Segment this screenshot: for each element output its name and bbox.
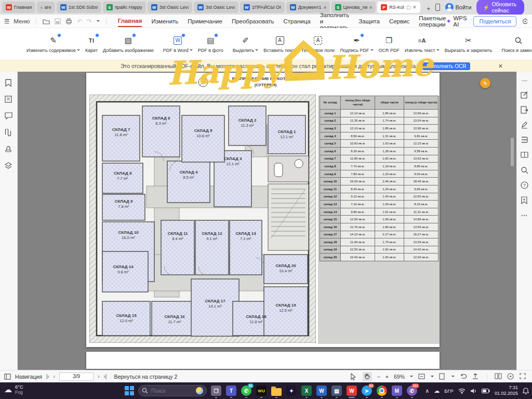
clock[interactable]: 7:31 01.02.2025 xyxy=(495,385,518,397)
next-page-button[interactable]: › xyxy=(98,374,99,379)
save-icon[interactable] xyxy=(55,18,61,24)
page-export-icon[interactable] xyxy=(521,106,529,114)
menu-item-comment[interactable]: Примечание xyxy=(188,16,222,26)
signature-icon[interactable] xyxy=(521,121,529,129)
format-list-icon[interactable] xyxy=(521,136,529,144)
sign-pdf-button[interactable]: ✒Подпись PDF xyxy=(337,30,376,58)
caret-tool-button[interactable]: TIКарет xyxy=(83,30,100,58)
comment-bubble-icon[interactable] xyxy=(5,112,13,121)
menu-item-batch[interactable]: Пакетные операции xyxy=(419,13,446,30)
mail-app-icon[interactable]: ▤ xyxy=(330,383,343,398)
search-input[interactable] xyxy=(151,388,188,394)
document-canvas[interactable]: РАЗПРЕДЕЛЕНИЕ НА КОТА -2.80 (СУТЕРЕН) xyxy=(18,72,516,370)
tab-scroll-left[interactable]: ‹аге xyxy=(37,2,55,13)
quick-edit-fab[interactable]: ✎ xyxy=(480,78,490,88)
zoom-level[interactable]: 69% xyxy=(394,374,405,380)
messenger-icon[interactable]: ➤83 xyxy=(361,383,373,398)
extract-text-button[interactable]: ≡AИзвлечь текст xyxy=(402,30,442,58)
wifi-icon[interactable] xyxy=(458,388,466,394)
edit-note-icon[interactable] xyxy=(521,91,529,99)
zoom-out-button[interactable]: − xyxy=(377,374,380,380)
task-view-button[interactable]: ❐ xyxy=(210,383,222,398)
select-cursor-icon[interactable] xyxy=(350,373,357,380)
onedrive-icon[interactable]: ☁ xyxy=(434,388,440,394)
tab-doc-1[interactable]: W1st SD6 Sobst xyxy=(57,2,101,13)
copilot-icon[interactable]: ✦ xyxy=(285,383,298,398)
hand-tool-icon[interactable] xyxy=(364,373,371,380)
page-indicator-input[interactable] xyxy=(59,373,94,381)
share-button[interactable]: Поделиться xyxy=(473,16,516,26)
language-indicator[interactable]: БГР xyxy=(444,388,454,394)
weather-widget[interactable]: ☁ 6°CFog xyxy=(4,384,23,395)
open-folder-icon[interactable] xyxy=(43,18,50,24)
export-icon[interactable] xyxy=(472,373,480,380)
pdf-to-word-button[interactable]: WPDF в Word xyxy=(161,30,195,58)
teams-icon[interactable]: T xyxy=(225,383,237,398)
volume-icon[interactable] xyxy=(470,388,477,394)
insert-text-button[interactable]: AВставить текст xyxy=(261,30,298,58)
attachment-icon[interactable] xyxy=(5,129,13,137)
viber-icon[interactable]: ✆201 xyxy=(406,383,418,398)
prev-page-button[interactable]: ‹ xyxy=(54,374,55,379)
wps-ai-button[interactable]: ✦WPS AI xyxy=(446,15,468,28)
read-mode-icon[interactable] xyxy=(507,373,514,380)
help-icon[interactable]: ? xyxy=(521,181,529,190)
highlight-button[interactable]: ✐Выделить xyxy=(230,30,261,58)
close-notification-icon[interactable]: ✕ xyxy=(498,63,503,70)
bookmark-icon[interactable] xyxy=(5,79,13,87)
layers-icon[interactable] xyxy=(5,162,13,170)
menu-item-convert[interactable]: Преобразовать xyxy=(232,16,274,26)
chevron-down-icon[interactable] xyxy=(97,20,100,23)
word-icon[interactable]: W xyxy=(315,383,328,398)
taskbar-search[interactable] xyxy=(138,385,207,396)
first-page-button[interactable]: |‹ xyxy=(46,374,49,379)
tab-home[interactable]: WГлавная xyxy=(2,2,35,13)
whatsapp-icon[interactable]: ✆51 xyxy=(240,383,252,398)
two-page-view-icon[interactable] xyxy=(495,373,502,380)
wps-office-icon[interactable]: W xyxy=(345,383,358,398)
zoom-caret-icon[interactable] xyxy=(410,376,413,379)
bookmark-add-icon[interactable] xyxy=(521,196,529,205)
search-panel-icon[interactable] xyxy=(521,166,529,175)
navigation-panel-icon[interactable] xyxy=(4,374,11,380)
excel-icon[interactable]: X xyxy=(300,383,313,398)
login-button[interactable]: Войти xyxy=(445,3,472,11)
menu-item-tools[interactable]: Сервис xyxy=(389,16,409,26)
add-image-button[interactable]: ▧Добавить изображение xyxy=(100,30,156,58)
notification-bell-icon[interactable] xyxy=(523,388,529,394)
battery-icon[interactable] xyxy=(482,389,490,393)
rotate-page-icon[interactable] xyxy=(460,373,467,380)
menu-item-page[interactable]: Страница xyxy=(284,16,311,26)
cut-pin-button[interactable]: ✂Вырезать и закрепить xyxy=(442,30,495,58)
fit-page-icon[interactable] xyxy=(439,373,446,380)
fit-width-icon[interactable] xyxy=(418,373,425,380)
undo-icon[interactable]: ↶ xyxy=(77,18,82,25)
menu-item-edit[interactable]: Изменить xyxy=(151,16,178,26)
vertical-scrollbar-thumb[interactable] xyxy=(511,138,514,166)
back-to-page-link[interactable]: Вернуться на страницу 2 xyxy=(114,374,177,380)
western-union-icon[interactable]: WU xyxy=(255,383,268,398)
collapse-panel-icon[interactable]: — xyxy=(521,76,529,84)
print-icon[interactable] xyxy=(65,18,72,24)
update-now-button[interactable]: ⚡Обновить сейчас xyxy=(476,0,524,16)
translate-book-icon[interactable] xyxy=(521,151,529,159)
tab-close-icon[interactable]: ✕ xyxy=(413,5,417,10)
gear-icon[interactable] xyxy=(522,18,527,25)
stamp-icon[interactable] xyxy=(5,145,13,154)
chrome-icon[interactable] xyxy=(376,383,388,398)
ocr-pdf-button[interactable]: ❒OCR PDF xyxy=(376,30,403,58)
pdf-to-photo-button[interactable]: ▤PDF в фото xyxy=(195,30,226,58)
file-explorer-icon[interactable] xyxy=(270,383,283,398)
menu-item-home[interactable]: Главная xyxy=(118,16,142,27)
last-page-button[interactable]: ›| xyxy=(104,374,107,379)
purple-m-app-icon[interactable]: M xyxy=(391,383,403,398)
hidden-icons-chevron[interactable]: ∧ xyxy=(425,388,429,394)
edit-content-button[interactable]: ✎Изменить содержимое xyxy=(24,30,83,58)
zoom-in-button[interactable]: + xyxy=(385,374,389,380)
navigation-label[interactable]: Навигация xyxy=(15,374,42,380)
annotation-icon[interactable] xyxy=(5,96,13,104)
fullscreen-icon[interactable] xyxy=(520,373,527,380)
hamburger-menu-icon[interactable]: ☰ xyxy=(4,18,9,25)
start-button[interactable] xyxy=(124,385,135,396)
text-box-button[interactable]: AТекстовое поле xyxy=(299,30,338,58)
